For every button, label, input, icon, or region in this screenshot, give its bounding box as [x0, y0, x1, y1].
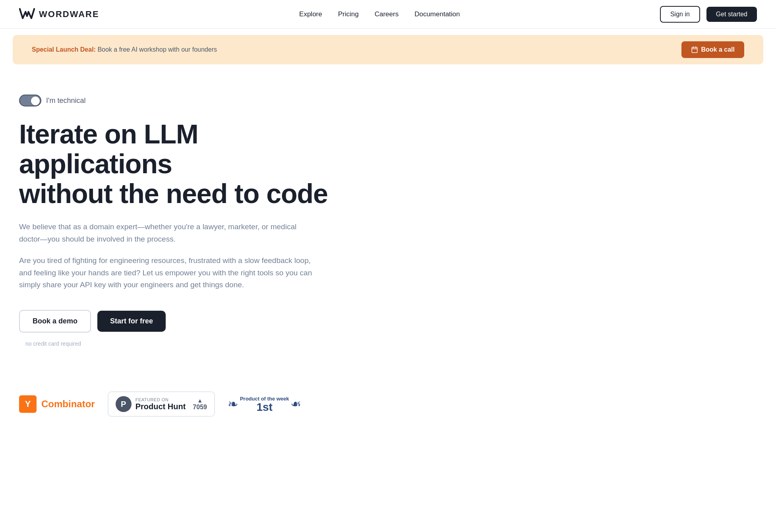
nav-documentation[interactable]: Documentation [414, 10, 460, 18]
ph-arrow-icon: ▲ [197, 397, 203, 404]
ph-votes-container: ▲ 7059 [193, 397, 207, 411]
cta-buttons: Book a demo Start for free no credit car… [19, 310, 339, 347]
toggle-thumb [31, 97, 40, 105]
right-laurel-icon: ❧ [290, 397, 301, 412]
toggle-label: I'm technical [46, 97, 85, 105]
navbar: WORDWARE Explore Pricing Careers Documen… [0, 0, 776, 29]
nav-explore[interactable]: Explore [299, 10, 322, 18]
hero-description-2: Are you tired of fighting for engineerin… [19, 255, 313, 291]
yc-icon: Y [19, 395, 37, 413]
potw-badge[interactable]: ❧ Product of the week 1st ❧ [228, 396, 302, 413]
yc-text: Combinator [41, 399, 95, 410]
svg-rect-0 [692, 47, 697, 53]
ph-vote-count: 7059 [193, 404, 207, 411]
logo-text: WORDWARE [39, 9, 99, 19]
potw-info: Product of the week 1st [240, 396, 289, 413]
hero-headline: Iterate on LLM applications without the … [19, 119, 339, 208]
technical-toggle[interactable] [19, 95, 41, 106]
no-credit-card-text: no credit card required [25, 340, 81, 347]
signin-button[interactable]: Sign in [660, 6, 700, 23]
start-free-button[interactable]: Start for free [97, 311, 166, 332]
yc-badge[interactable]: Y Combinator [19, 395, 95, 413]
wordware-logo-icon [19, 8, 35, 21]
nav-careers[interactable]: Careers [375, 10, 399, 18]
logo-link[interactable]: WORDWARE [19, 8, 99, 21]
ph-info: FEATURED ON Product Hunt [135, 397, 186, 411]
hero-section: I'm technical Iterate on LLM application… [0, 71, 358, 363]
product-hunt-badge[interactable]: P FEATURED ON Product Hunt ▲ 7059 [108, 391, 215, 417]
book-call-button[interactable]: Book a call [681, 41, 744, 58]
nav-pricing[interactable]: Pricing [338, 10, 359, 18]
cta-row: Book a demo Start for free [19, 310, 166, 333]
announcement-banner: Special Launch Deal: Book a free AI work… [13, 35, 763, 64]
navbar-actions: Sign in Get started [660, 6, 757, 23]
nav-links: Explore Pricing Careers Documentation [299, 10, 460, 18]
hero-description-1: We believe that as a domain expert—wheth… [19, 221, 297, 245]
technical-toggle-container: I'm technical [19, 95, 339, 106]
banner-strong-text: Special Launch Deal: [32, 46, 96, 53]
social-proof-section: Y Combinator P FEATURED ON Product Hunt … [0, 375, 776, 426]
headline-line1: Iterate on LLM applications [19, 119, 198, 179]
calendar-icon [691, 46, 698, 53]
ph-icon: P [116, 396, 132, 412]
banner-message: Special Launch Deal: Book a free AI work… [32, 46, 217, 53]
banner-message-text: Book a free AI workshop with our founder… [96, 46, 217, 53]
ph-featured-text: FEATURED ON [135, 397, 186, 402]
book-call-label: Book a call [701, 46, 735, 53]
potw-rank: 1st [256, 402, 272, 413]
toggle-track [19, 95, 41, 106]
get-started-button[interactable]: Get started [706, 7, 757, 22]
ph-name: Product Hunt [135, 402, 186, 411]
left-laurel-icon: ❧ [228, 397, 238, 412]
headline-line2: without the need to code [19, 178, 328, 209]
book-demo-button[interactable]: Book a demo [19, 310, 91, 333]
